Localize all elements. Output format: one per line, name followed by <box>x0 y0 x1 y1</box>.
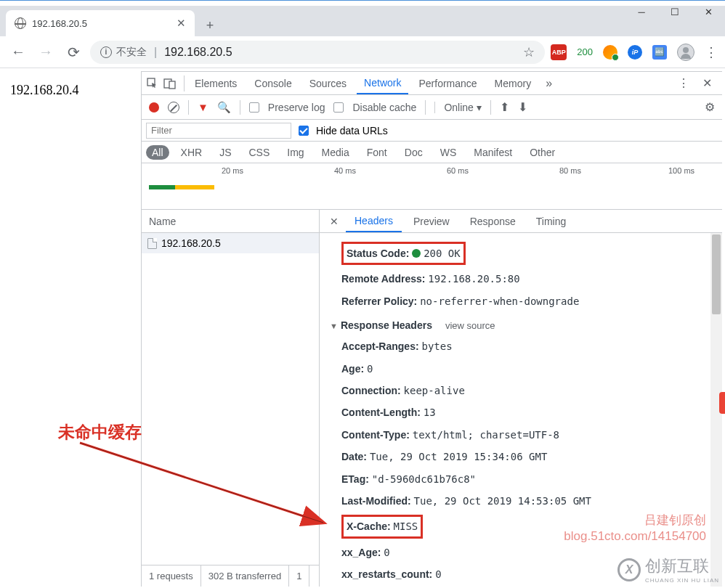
timeline-tick: 20 ms <box>222 166 243 175</box>
tab-preview[interactable]: Preview <box>405 210 458 232</box>
profile-avatar-icon[interactable] <box>677 44 694 61</box>
status-dot-icon <box>412 249 421 258</box>
filter-css[interactable]: CSS <box>243 145 275 160</box>
more-tabs-icon[interactable]: » <box>541 77 556 90</box>
filter-js[interactable]: JS <box>214 145 237 160</box>
side-feedback-tab[interactable] <box>719 392 725 414</box>
hide-data-urls-checkbox[interactable] <box>299 126 309 136</box>
request-list: Name 192.168.20.5 1 requests 302 B trans… <box>142 210 320 587</box>
minimize-button[interactable]: ─ <box>625 0 658 23</box>
filter-other[interactable]: Other <box>524 145 561 160</box>
url-text: 192.168.20.5 <box>164 46 516 59</box>
filter-xhr[interactable]: XHR <box>175 145 208 160</box>
status-badge[interactable]: 200 <box>577 46 593 57</box>
tab-performance[interactable]: Performance <box>411 72 484 94</box>
close-details-icon[interactable]: ✕ <box>325 216 343 227</box>
browser-tab[interactable]: 192.168.20.5 ✕ <box>6 10 195 36</box>
filter-bar: Hide data URLs <box>142 120 722 142</box>
hide-data-urls-label: Hide data URLs <box>316 125 388 136</box>
file-icon <box>147 238 157 249</box>
filter-font[interactable]: Font <box>361 145 393 160</box>
request-list-footer: 1 requests 302 B transferred 1 <box>142 565 319 587</box>
timeline-tick: 60 ms <box>447 166 469 175</box>
throttling-select[interactable]: Online ▾ <box>434 102 481 113</box>
devtools-tab-bar: Elements Console Sources Network Perform… <box>142 72 722 95</box>
extension-icons: ABP 200 iP 🔤 ⋮ <box>551 44 718 61</box>
close-tab-icon[interactable]: ✕ <box>177 17 186 30</box>
tab-memory[interactable]: Memory <box>487 72 539 94</box>
filter-ws[interactable]: WS <box>434 145 463 160</box>
requests-count: 1 requests <box>142 565 201 587</box>
transferred-size: 302 B transferred <box>201 565 289 587</box>
translate-extension-icon[interactable]: 🔤 <box>652 45 667 60</box>
network-toolbar: ▼ 🔍 Preserve log Disable cache Online ▾ … <box>142 95 722 120</box>
watermark-brand: X 创新互联 CHUANG XIN HU LIAN <box>617 555 719 584</box>
filter-toggle-icon[interactable]: ▼ <box>198 101 208 113</box>
search-icon[interactable]: 🔍 <box>217 101 231 114</box>
status-code-value: 200 OK <box>424 248 461 259</box>
footer-extra: 1 <box>289 565 309 587</box>
inspect-element-icon[interactable] <box>146 77 159 90</box>
tab-strip: 192.168.20.5 ✕ + <box>0 6 725 36</box>
record-button[interactable] <box>149 102 159 113</box>
annotation-text: 未命中缓存 <box>58 421 142 444</box>
close-window-button[interactable]: ✕ <box>692 0 725 23</box>
filter-input[interactable] <box>146 123 291 139</box>
request-row[interactable]: 192.168.20.5 <box>142 233 319 253</box>
close-devtools-icon[interactable]: ✕ <box>697 76 718 90</box>
request-list-header[interactable]: Name <box>142 210 319 233</box>
forward-button[interactable]: → <box>35 41 57 63</box>
bookmark-star-icon[interactable]: ☆ <box>523 44 535 60</box>
xcache-highlight: X-Cache: MISS <box>341 515 423 538</box>
network-settings-icon[interactable]: ⚙ <box>705 100 715 114</box>
svg-rect-2 <box>169 81 175 89</box>
timeline-tick: 100 ms <box>668 166 694 175</box>
avast-extension-icon[interactable] <box>603 45 617 60</box>
tab-network[interactable]: Network <box>357 72 408 94</box>
back-button[interactable]: ← <box>7 41 29 63</box>
dropdown-icon: ▾ <box>477 102 482 113</box>
tab-timing[interactable]: Timing <box>527 210 575 232</box>
filter-media[interactable]: Media <box>316 145 355 160</box>
devtools-menu-icon[interactable]: ⋮ <box>673 76 694 90</box>
tab-elements[interactable]: Elements <box>187 72 244 94</box>
download-har-icon[interactable]: ⬇ <box>518 100 527 114</box>
filter-doc[interactable]: Doc <box>399 145 429 160</box>
ip-extension-icon[interactable]: iP <box>628 45 642 60</box>
maximize-button[interactable]: ☐ <box>658 0 692 23</box>
triangle-down-icon: ▼ <box>330 322 338 330</box>
clear-button[interactable] <box>168 102 179 113</box>
view-source-link[interactable]: view source <box>445 320 495 331</box>
response-headers-section[interactable]: ▼Response Headers view source <box>330 312 705 335</box>
timeline-request-bar <box>149 185 214 189</box>
waterfall-overview[interactable]: 20 ms 40 ms 60 ms 80 ms 100 ms <box>142 163 722 210</box>
browser-toolbar: ← → ⟳ i 不安全 | 192.168.20.5 ☆ ABP 200 iP … <box>0 36 725 68</box>
globe-icon <box>15 17 26 29</box>
address-bar[interactable]: i 不安全 | 192.168.20.5 ☆ <box>90 41 545 64</box>
brand-logo-icon: X <box>617 558 641 581</box>
new-tab-button[interactable]: + <box>199 15 221 36</box>
filter-img[interactable]: Img <box>281 145 309 160</box>
details-tab-bar: ✕ Headers Preview Response Timing <box>320 210 722 233</box>
disable-cache-checkbox[interactable] <box>333 102 344 113</box>
upload-har-icon[interactable]: ⬆ <box>500 100 509 114</box>
reload-button[interactable]: ⟳ <box>62 41 84 63</box>
request-name: 192.168.20.5 <box>161 237 221 249</box>
abp-extension-icon[interactable]: ABP <box>551 44 567 60</box>
tab-headers[interactable]: Headers <box>346 210 402 232</box>
timeline-tick: 80 ms <box>559 166 581 175</box>
tab-response[interactable]: Response <box>461 210 524 232</box>
tab-console[interactable]: Console <box>247 72 299 94</box>
window-controls: ─ ☐ ✕ <box>625 0 725 29</box>
tab-title: 192.168.20.5 <box>32 18 171 29</box>
preserve-log-checkbox[interactable] <box>249 102 259 113</box>
filter-all[interactable]: All <box>146 145 169 160</box>
filter-manifest[interactable]: Manifest <box>468 145 518 160</box>
device-toolbar-icon[interactable] <box>163 77 177 90</box>
timeline-tick: 40 ms <box>334 166 356 175</box>
tab-sources[interactable]: Sources <box>302 72 354 94</box>
site-security-chip[interactable]: i 不安全 <box>100 46 147 59</box>
separator: | <box>154 46 157 59</box>
insecure-label: 不安全 <box>116 46 147 59</box>
browser-menu-icon[interactable]: ⋮ <box>705 44 718 60</box>
